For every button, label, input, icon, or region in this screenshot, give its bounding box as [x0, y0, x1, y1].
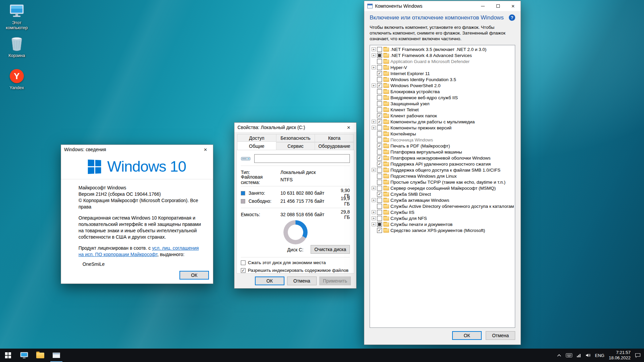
feature-row[interactable]: ✓Средство записи XPS-документов (Microso…	[371, 227, 515, 233]
feature-row[interactable]: +Службы IIS	[371, 209, 515, 215]
feature-checkbox[interactable]	[377, 174, 382, 179]
feature-checkbox[interactable]	[377, 65, 382, 70]
feature-row[interactable]: +.NET Framework 4.8 Advanced Services	[371, 52, 515, 58]
feature-row[interactable]: +Hyper-V	[371, 64, 515, 70]
index-checkbox[interactable]: ✓	[241, 268, 246, 273]
desktop-icon-recycle-bin[interactable]: Корзина	[1, 36, 32, 58]
close-icon[interactable]: ×	[198, 145, 213, 154]
feature-checkbox[interactable]	[377, 180, 382, 185]
expand-plus-icon[interactable]: +	[372, 126, 376, 130]
feature-checkbox[interactable]: ✓	[377, 83, 382, 88]
feature-checkbox[interactable]	[377, 53, 382, 58]
cancel-button[interactable]: Отмена	[287, 277, 317, 285]
feature-row[interactable]: Windows Identity Foundation 3.5	[371, 76, 515, 82]
feature-checkbox[interactable]	[377, 95, 382, 100]
feature-checkbox[interactable]	[377, 89, 382, 94]
feature-checkbox[interactable]	[377, 186, 382, 191]
ok-button[interactable]: ОК	[452, 331, 482, 340]
expand-plus-icon[interactable]: +	[372, 186, 376, 190]
cancel-button[interactable]: Отмена	[486, 331, 515, 340]
expand-plus-icon[interactable]: +	[372, 210, 376, 214]
compress-checkbox-row[interactable]: Сжать этот диск для экономии места	[241, 260, 350, 265]
expand-plus-icon[interactable]: +	[372, 53, 376, 57]
features-list[interactable]: +.NET Framework 3.5 (включает .NET 2.0 и…	[370, 45, 515, 328]
feature-row[interactable]: Платформа виртуальной машины	[371, 149, 515, 155]
feature-row[interactable]: Клиент Telnet	[371, 107, 515, 113]
feature-row[interactable]: +Служба активации Windows	[371, 197, 515, 203]
compress-checkbox[interactable]	[241, 260, 246, 265]
taskbar-this-pc-button[interactable]	[16, 349, 32, 362]
desktop-icon-this-pc[interactable]: Этот компьютер	[1, 3, 32, 30]
expand-plus-icon[interactable]: +	[372, 216, 376, 220]
volume-icon[interactable]	[586, 353, 591, 357]
feature-checkbox[interactable]: ✓	[377, 71, 382, 76]
feature-row[interactable]: ✓Поддержка API удаленного разностного сж…	[371, 161, 515, 167]
feature-row[interactable]: +Службы для NFS	[371, 215, 515, 221]
feature-row[interactable]: +Службы печати и документов	[371, 221, 515, 227]
feature-row[interactable]: +.NET Framework 3.5 (включает .NET 2.0 и…	[371, 46, 515, 52]
feature-checkbox[interactable]	[377, 59, 382, 64]
feature-checkbox[interactable]: ✓	[377, 119, 382, 124]
expand-plus-icon[interactable]: +	[372, 65, 376, 69]
apply-button[interactable]: Применить	[319, 277, 351, 285]
feature-checkbox[interactable]	[377, 125, 382, 130]
ok-button[interactable]: ОК	[179, 271, 209, 280]
feature-row[interactable]: Внедряемое веб-ядро служб IIS	[371, 95, 515, 101]
feature-row[interactable]: Защищенный узел	[371, 101, 515, 107]
feature-row[interactable]: Песочница Windows	[371, 137, 515, 143]
feature-row[interactable]: +✓Компоненты для работы с мультимедиа	[371, 119, 515, 125]
expand-plus-icon[interactable]: +	[372, 222, 376, 226]
expand-plus-icon[interactable]: +	[372, 47, 376, 51]
taskbar-explorer-button[interactable]	[32, 349, 48, 362]
feature-checkbox[interactable]	[377, 168, 382, 173]
tab-Оборудование[interactable]: Оборудование	[315, 142, 354, 150]
feature-checkbox[interactable]: ✓	[377, 156, 382, 161]
disk-cleanup-button[interactable]: Очистка диска	[311, 245, 350, 254]
taskbar-app-button[interactable]	[48, 349, 64, 362]
feature-row[interactable]: ✓Клиент рабочих папок	[371, 113, 515, 119]
tab-Квота[interactable]: Квота	[315, 134, 354, 142]
ok-button[interactable]: ОК	[255, 277, 284, 285]
feature-checkbox[interactable]	[377, 107, 382, 112]
feature-checkbox[interactable]: ✓	[377, 113, 382, 118]
feature-checkbox[interactable]: ✓	[377, 228, 382, 233]
feature-checkbox[interactable]	[377, 204, 382, 209]
expand-plus-icon[interactable]: +	[372, 83, 376, 87]
feature-row[interactable]: Блокировка устройства	[371, 88, 515, 95]
feature-row[interactable]: Application Guard в Microsoft Defender	[371, 58, 515, 64]
feature-checkbox[interactable]	[377, 210, 382, 215]
feature-row[interactable]: ✓Internet Explorer 11	[371, 70, 515, 76]
feature-checkbox[interactable]	[377, 101, 382, 106]
network-icon[interactable]	[577, 353, 581, 357]
volume-label-input[interactable]	[254, 154, 350, 163]
taskbar-clock[interactable]: 7:21:57 18.06.2022	[609, 350, 631, 361]
desktop-icon-yandex[interactable]: Y Yandex	[1, 68, 32, 90]
language-indicator[interactable]: ENG	[595, 353, 604, 358]
feature-row[interactable]: +Поддержка общего доступа к файлам SMB 1…	[371, 167, 515, 173]
feature-checkbox[interactable]: ✓	[377, 192, 382, 197]
feature-checkbox[interactable]	[377, 131, 382, 136]
feature-checkbox[interactable]	[377, 77, 382, 82]
feature-row[interactable]: ✓Платформа низкоуровневой оболочки Windo…	[371, 155, 515, 161]
feature-row[interactable]: Подсистема Windows для Linux	[371, 173, 515, 179]
feature-row[interactable]: Службы Active Directory облегченного дос…	[371, 203, 515, 209]
feature-checkbox[interactable]	[377, 137, 382, 142]
tab-Сервис[interactable]: Сервис	[276, 142, 315, 150]
close-icon[interactable]: ×	[505, 1, 521, 11]
feature-row[interactable]: ✓Служба SMB Direct	[371, 191, 515, 197]
feature-checkbox[interactable]: ✓	[377, 143, 382, 148]
start-button[interactable]	[0, 349, 16, 362]
expand-plus-icon[interactable]: +	[372, 168, 376, 172]
action-center-icon[interactable]	[635, 353, 641, 358]
minimize-icon[interactable]	[475, 1, 490, 11]
feature-checkbox[interactable]	[377, 198, 382, 203]
tab-Безопасность[interactable]: Безопасность	[276, 134, 315, 142]
feature-checkbox[interactable]	[377, 216, 382, 221]
expand-plus-icon[interactable]: +	[372, 120, 376, 124]
feature-row[interactable]: +Компоненты прежних версий	[371, 125, 515, 131]
tab-Общие[interactable]: Общие	[237, 141, 276, 150]
feature-row[interactable]: Простые службы TCPIP (такие как echo, da…	[371, 179, 515, 185]
help-icon[interactable]: ?	[509, 14, 515, 21]
feature-checkbox[interactable]	[377, 149, 382, 155]
touch-keyboard-icon[interactable]	[566, 353, 572, 357]
